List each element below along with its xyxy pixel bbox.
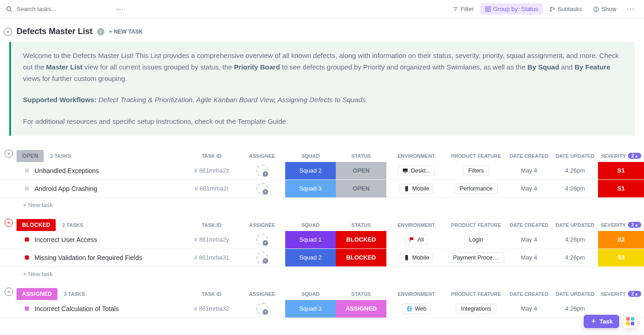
col-severity[interactable]: SEVERITY2 ▴ <box>598 153 644 159</box>
search-more-icon[interactable]: ··· <box>112 4 128 14</box>
assignee-cell[interactable]: + <box>239 234 285 246</box>
product-feature-cell[interactable]: Filters <box>446 166 506 176</box>
col-assignee[interactable]: ASSIGNEE <box>239 291 285 297</box>
col-taskid[interactable]: TASK ID <box>184 222 239 228</box>
environment-cell[interactable]: All <box>386 235 446 245</box>
col-taskid[interactable]: TASK ID <box>184 153 239 159</box>
environment-cell[interactable]: Deskt... <box>386 166 446 176</box>
top-more-icon[interactable]: ··· <box>623 4 638 14</box>
col-dateu[interactable]: DATE UPDATED <box>552 222 598 228</box>
status-pill[interactable]: BLOCKED <box>17 219 56 231</box>
task-name-cell[interactable]: Incorrect Calculation of Totals <box>17 305 184 312</box>
severity-cell[interactable]: S1 <box>598 180 644 197</box>
col-datec[interactable]: DATE CREATED <box>506 291 552 297</box>
assignee-cell[interactable]: + <box>239 303 285 315</box>
severity-cell[interactable]: S3 <box>598 249 644 266</box>
task-row[interactable]: Incorrect User Access # 861mrba2y + Squa… <box>0 231 644 249</box>
status-pill[interactable]: OPEN <box>17 150 44 162</box>
col-dateu[interactable]: DATE UPDATED <box>552 291 598 297</box>
new-task-row[interactable]: + New task <box>0 267 644 281</box>
squad-cell[interactable]: Squad 2 <box>285 249 336 266</box>
group-collapse-toggle[interactable] <box>5 219 13 227</box>
col-squad[interactable]: SQUAD <box>285 153 336 159</box>
col-squad[interactable]: SQUAD <box>285 222 336 228</box>
squad-cell[interactable]: Squad 3 <box>285 300 336 318</box>
severity-cell[interactable]: S2 <box>598 231 644 248</box>
assignee-avatar-placeholder[interactable]: + <box>256 303 268 315</box>
status-cell[interactable]: BLOCKED <box>336 249 386 266</box>
squad-cell[interactable]: Squad 2 <box>285 162 336 179</box>
product-feature-cell[interactable]: Integrations <box>446 304 506 314</box>
severity-cell[interactable]: S1 <box>598 162 644 179</box>
col-datec[interactable]: DATE CREATED <box>506 153 552 159</box>
taskid-cell[interactable]: # 861mrba2r <box>184 185 239 192</box>
assignee-avatar-placeholder[interactable]: + <box>256 252 268 264</box>
severity-sort-badge[interactable]: 2 ▴ <box>628 222 641 228</box>
group-collapse-toggle[interactable] <box>5 288 13 296</box>
col-status[interactable]: STATUS <box>336 153 386 159</box>
squad-cell[interactable]: Squad 3 <box>285 180 336 197</box>
product-feature-cell[interactable]: Payment Processing <box>446 253 506 263</box>
show-button[interactable]: Show <box>588 3 621 15</box>
task-row[interactable]: Missing Validation for Required Fields #… <box>0 249 644 267</box>
new-task-link[interactable]: + NEW TASK <box>109 29 143 35</box>
assignee-cell[interactable]: + <box>239 183 285 195</box>
task-name-cell[interactable]: Missing Validation for Required Fields <box>17 254 184 261</box>
assignee-avatar-placeholder[interactable]: + <box>256 234 268 246</box>
product-feature-cell[interactable]: Performance <box>446 184 506 194</box>
desc-bold: By Feature <box>575 63 610 71</box>
col-status[interactable]: STATUS <box>336 291 386 297</box>
environment-cell[interactable]: Web <box>386 304 446 314</box>
status-cell[interactable]: OPEN <box>336 162 386 179</box>
col-assignee[interactable]: ASSIGNEE <box>239 153 285 159</box>
col-datec[interactable]: DATE CREATED <box>506 222 552 228</box>
severity-sort-badge[interactable]: 2 ▴ <box>628 153 641 159</box>
col-env[interactable]: ENVIRONMENT <box>386 291 446 297</box>
task-name-cell[interactable]: Incorrect User Access <box>17 236 184 243</box>
severity-sort-badge[interactable]: 2 ▴ <box>628 291 641 297</box>
group-collapse-toggle[interactable] <box>5 150 13 158</box>
taskid-cell[interactable]: # 861mrba32 <box>184 305 239 312</box>
apps-fab[interactable] <box>623 314 638 329</box>
col-taskid[interactable]: TASK ID <box>184 291 239 297</box>
status-cell[interactable]: ASSIGNED <box>336 300 386 318</box>
taskid-cell[interactable]: # 861mrba2y <box>184 236 239 243</box>
col-env[interactable]: ENVIRONMENT <box>386 222 446 228</box>
groupby-button[interactable]: Group by: Status <box>480 3 543 15</box>
product-feature-cell[interactable]: Login <box>446 235 506 245</box>
status-cell[interactable]: BLOCKED <box>336 231 386 248</box>
taskid-cell[interactable]: # 861mrba31 <box>184 254 239 261</box>
info-icon[interactable]: i <box>97 28 104 35</box>
assignee-cell[interactable]: + <box>239 252 285 264</box>
subtasks-button[interactable]: Subtasks <box>545 3 586 15</box>
status-cell[interactable]: OPEN <box>336 180 386 197</box>
col-prod[interactable]: PRODUCT FEATURE <box>446 291 506 297</box>
task-row[interactable]: Android App Crashing # 861mrba2r + Squad… <box>0 180 644 198</box>
col-severity[interactable]: SEVERITY2 ▴ <box>598 291 644 297</box>
squad-cell[interactable]: Squad 1 <box>285 231 336 248</box>
search-input[interactable] <box>17 6 109 12</box>
col-status[interactable]: STATUS <box>336 222 386 228</box>
col-assignee[interactable]: ASSIGNEE <box>239 222 285 228</box>
assignee-avatar-placeholder[interactable]: + <box>256 183 268 195</box>
filter-button[interactable]: Filter <box>448 3 478 15</box>
col-dateu[interactable]: DATE UPDATED <box>552 153 598 159</box>
col-prod[interactable]: PRODUCT FEATURE <box>446 222 506 228</box>
assignee-cell[interactable]: + <box>239 165 285 177</box>
collapse-list-toggle[interactable] <box>4 28 12 36</box>
col-env[interactable]: ENVIRONMENT <box>386 153 446 159</box>
assignee-avatar-placeholder[interactable]: + <box>256 165 268 177</box>
task-name-cell[interactable]: Android App Crashing <box>17 185 184 192</box>
environment-cell[interactable]: Mobile <box>386 253 446 263</box>
col-squad[interactable]: SQUAD <box>285 291 336 297</box>
taskid-cell[interactable]: # 861mrba2z <box>184 167 239 174</box>
environment-cell[interactable]: Mobile <box>386 184 446 194</box>
status-pill[interactable]: ASSIGNED <box>17 288 58 300</box>
new-task-row[interactable]: + New task <box>0 198 644 212</box>
task-row[interactable]: Incorrect Calculation of Totals # 861mrb… <box>0 300 644 318</box>
col-severity[interactable]: SEVERITY2 ▴ <box>598 222 644 228</box>
create-task-fab[interactable]: Task <box>584 315 619 328</box>
task-row[interactable]: Unhandled Exceptions # 861mrba2z + Squad… <box>0 162 644 180</box>
task-name-cell[interactable]: Unhandled Exceptions <box>17 167 184 174</box>
col-prod[interactable]: PRODUCT FEATURE <box>446 153 506 159</box>
